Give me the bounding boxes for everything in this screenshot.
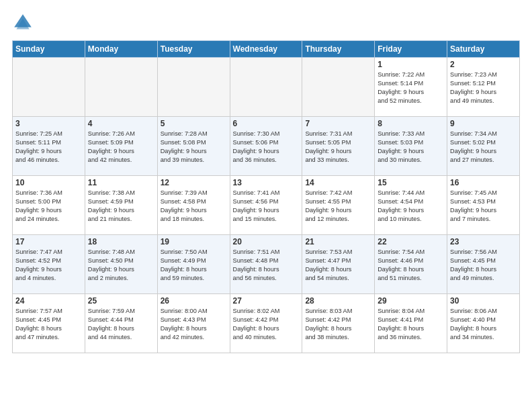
calendar-header-monday: Monday: [85, 41, 157, 58]
day-info: Sunrise: 7:54 AM Sunset: 4:46 PM Dayligh…: [378, 248, 444, 283]
day-number: 11: [88, 178, 154, 187]
calendar-cell: 30Sunrise: 8:06 AM Sunset: 4:40 PM Dayli…: [447, 294, 520, 353]
calendar-cell: [302, 58, 375, 117]
calendar-week-row: 3Sunrise: 7:25 AM Sunset: 5:11 PM Daylig…: [13, 117, 520, 176]
day-info: Sunrise: 7:34 AM Sunset: 5:02 PM Dayligh…: [450, 130, 517, 165]
day-info: Sunrise: 7:28 AM Sunset: 5:08 PM Dayligh…: [161, 130, 227, 165]
calendar-cell: 19Sunrise: 7:50 AM Sunset: 4:49 PM Dayli…: [157, 235, 230, 294]
calendar-header-saturday: Saturday: [447, 41, 520, 58]
day-number: 30: [450, 296, 517, 306]
day-info: Sunrise: 7:44 AM Sunset: 4:54 PM Dayligh…: [378, 189, 444, 224]
calendar-cell: 9Sunrise: 7:34 AM Sunset: 5:02 PM Daylig…: [447, 117, 520, 176]
calendar-cell: 16Sunrise: 7:45 AM Sunset: 4:53 PM Dayli…: [447, 176, 520, 235]
calendar-cell: 11Sunrise: 7:38 AM Sunset: 4:59 PM Dayli…: [85, 176, 157, 235]
calendar-cell: [230, 58, 302, 117]
calendar-cell: 20Sunrise: 7:51 AM Sunset: 4:48 PM Dayli…: [230, 235, 302, 294]
day-number: 26: [161, 296, 227, 306]
day-number: 3: [15, 119, 82, 128]
calendar-cell: 2Sunrise: 7:23 AM Sunset: 5:12 PM Daylig…: [447, 58, 520, 117]
day-info: Sunrise: 7:22 AM Sunset: 5:14 PM Dayligh…: [378, 71, 444, 105]
day-number: 5: [161, 119, 227, 128]
calendar-week-row: 1Sunrise: 7:22 AM Sunset: 5:14 PM Daylig…: [13, 58, 520, 117]
day-info: Sunrise: 7:30 AM Sunset: 5:06 PM Dayligh…: [233, 130, 300, 165]
day-number: 12: [161, 178, 227, 187]
day-info: Sunrise: 7:57 AM Sunset: 4:45 PM Dayligh…: [15, 307, 82, 342]
day-info: Sunrise: 7:26 AM Sunset: 5:09 PM Dayligh…: [88, 130, 154, 165]
calendar-cell: 22Sunrise: 7:54 AM Sunset: 4:46 PM Dayli…: [375, 235, 447, 294]
calendar-week-row: 24Sunrise: 7:57 AM Sunset: 4:45 PM Dayli…: [13, 294, 520, 353]
day-number: 16: [450, 178, 517, 187]
calendar-table: SundayMondayTuesdayWednesdayThursdayFrid…: [12, 40, 520, 353]
calendar-header-friday: Friday: [375, 41, 447, 58]
calendar-cell: 4Sunrise: 7:26 AM Sunset: 5:09 PM Daylig…: [85, 117, 157, 176]
day-info: Sunrise: 7:48 AM Sunset: 4:50 PM Dayligh…: [88, 248, 154, 283]
calendar-cell: 18Sunrise: 7:48 AM Sunset: 4:50 PM Dayli…: [85, 235, 157, 294]
calendar-cell: 24Sunrise: 7:57 AM Sunset: 4:45 PM Dayli…: [13, 294, 85, 353]
day-info: Sunrise: 7:51 AM Sunset: 4:48 PM Dayligh…: [233, 248, 300, 283]
day-info: Sunrise: 7:39 AM Sunset: 4:58 PM Dayligh…: [161, 189, 227, 224]
logo: [12, 12, 36, 34]
day-info: Sunrise: 7:25 AM Sunset: 5:11 PM Dayligh…: [15, 130, 82, 165]
day-number: 1: [378, 60, 444, 69]
day-number: 24: [15, 296, 82, 306]
day-info: Sunrise: 7:36 AM Sunset: 5:00 PM Dayligh…: [15, 189, 82, 224]
logo-icon: [12, 12, 34, 34]
calendar-cell: 1Sunrise: 7:22 AM Sunset: 5:14 PM Daylig…: [375, 58, 447, 117]
day-number: 17: [15, 237, 82, 246]
day-info: Sunrise: 7:31 AM Sunset: 5:05 PM Dayligh…: [305, 130, 371, 165]
day-number: 6: [233, 119, 300, 128]
day-info: Sunrise: 7:23 AM Sunset: 5:12 PM Dayligh…: [450, 71, 517, 105]
calendar-cell: [157, 58, 230, 117]
calendar-header-tuesday: Tuesday: [157, 41, 230, 58]
calendar-cell: 17Sunrise: 7:47 AM Sunset: 4:52 PM Dayli…: [13, 235, 85, 294]
calendar-cell: 10Sunrise: 7:36 AM Sunset: 5:00 PM Dayli…: [13, 176, 85, 235]
calendar-header-wednesday: Wednesday: [230, 41, 302, 58]
day-info: Sunrise: 8:03 AM Sunset: 4:42 PM Dayligh…: [305, 307, 371, 342]
calendar-cell: 26Sunrise: 8:00 AM Sunset: 4:43 PM Dayli…: [157, 294, 230, 353]
day-number: 10: [15, 178, 82, 187]
calendar-cell: 12Sunrise: 7:39 AM Sunset: 4:58 PM Dayli…: [157, 176, 230, 235]
calendar-cell: 8Sunrise: 7:33 AM Sunset: 5:03 PM Daylig…: [375, 117, 447, 176]
day-info: Sunrise: 7:59 AM Sunset: 4:44 PM Dayligh…: [88, 307, 154, 342]
day-number: 25: [88, 296, 154, 306]
day-number: 14: [305, 178, 371, 187]
calendar-header-thursday: Thursday: [302, 41, 375, 58]
day-info: Sunrise: 7:56 AM Sunset: 4:45 PM Dayligh…: [450, 248, 517, 283]
day-info: Sunrise: 8:04 AM Sunset: 4:41 PM Dayligh…: [378, 307, 444, 342]
calendar-week-row: 17Sunrise: 7:47 AM Sunset: 4:52 PM Dayli…: [13, 235, 520, 294]
calendar-cell: 6Sunrise: 7:30 AM Sunset: 5:06 PM Daylig…: [230, 117, 302, 176]
day-number: 18: [88, 237, 154, 246]
day-info: Sunrise: 7:50 AM Sunset: 4:49 PM Dayligh…: [161, 248, 227, 283]
day-number: 29: [378, 296, 444, 306]
calendar-cell: 23Sunrise: 7:56 AM Sunset: 4:45 PM Dayli…: [447, 235, 520, 294]
day-info: Sunrise: 7:53 AM Sunset: 4:47 PM Dayligh…: [305, 248, 371, 283]
day-number: 27: [233, 296, 300, 306]
day-number: 19: [161, 237, 227, 246]
day-number: 15: [378, 178, 444, 187]
calendar-cell: [85, 58, 157, 117]
calendar-cell: 27Sunrise: 8:02 AM Sunset: 4:42 PM Dayli…: [230, 294, 302, 353]
day-number: 7: [305, 119, 371, 128]
day-info: Sunrise: 8:02 AM Sunset: 4:42 PM Dayligh…: [233, 307, 300, 342]
day-number: 23: [450, 237, 517, 246]
day-number: 21: [305, 237, 371, 246]
day-number: 2: [450, 60, 517, 69]
day-number: 20: [233, 237, 300, 246]
day-number: 22: [378, 237, 444, 246]
calendar-cell: 5Sunrise: 7:28 AM Sunset: 5:08 PM Daylig…: [157, 117, 230, 176]
calendar-cell: [13, 58, 85, 117]
day-info: Sunrise: 7:47 AM Sunset: 4:52 PM Dayligh…: [15, 248, 82, 283]
day-number: 13: [233, 178, 300, 187]
calendar-cell: 25Sunrise: 7:59 AM Sunset: 4:44 PM Dayli…: [85, 294, 157, 353]
day-info: Sunrise: 7:38 AM Sunset: 4:59 PM Dayligh…: [88, 189, 154, 224]
header: [12, 12, 520, 34]
day-info: Sunrise: 7:33 AM Sunset: 5:03 PM Dayligh…: [378, 130, 444, 165]
calendar-cell: 15Sunrise: 7:44 AM Sunset: 4:54 PM Dayli…: [375, 176, 447, 235]
page: SundayMondayTuesdayWednesdayThursdayFrid…: [0, 0, 532, 411]
calendar-cell: 13Sunrise: 7:41 AM Sunset: 4:56 PM Dayli…: [230, 176, 302, 235]
day-info: Sunrise: 8:06 AM Sunset: 4:40 PM Dayligh…: [450, 307, 517, 342]
day-info: Sunrise: 7:45 AM Sunset: 4:53 PM Dayligh…: [450, 189, 517, 224]
day-number: 9: [450, 119, 517, 128]
calendar-header-sunday: Sunday: [13, 41, 85, 58]
calendar-cell: 7Sunrise: 7:31 AM Sunset: 5:05 PM Daylig…: [302, 117, 375, 176]
